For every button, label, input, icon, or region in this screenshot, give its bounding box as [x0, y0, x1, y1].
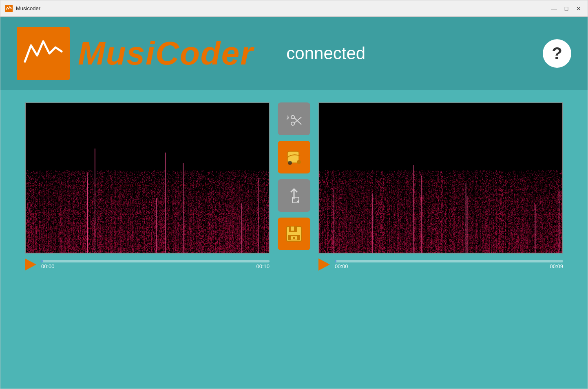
right-transport: 00:00 00:09 — [318, 258, 563, 271]
logo-box — [17, 27, 70, 80]
left-progress-track[interactable] — [41, 260, 270, 262]
transform-button[interactable] — [278, 179, 310, 212]
left-audio-panel: 00:00 00:10 — [25, 102, 270, 271]
right-play-button[interactable] — [318, 258, 330, 271]
svg-line-3 — [294, 118, 301, 124]
left-play-button[interactable] — [25, 258, 36, 271]
title-bar: Musicoder — □ ✕ — [0, 0, 588, 17]
right-time-start: 00:00 — [335, 263, 348, 269]
main-content: 00:00 00:10 ♪ — [0, 90, 588, 389]
right-audio-panel: 00:00 00:09 — [318, 102, 563, 271]
svg-point-2 — [291, 122, 294, 125]
connection-status: connected — [286, 44, 365, 63]
left-transport: 00:00 00:10 — [25, 258, 270, 271]
help-button[interactable]: ? — [543, 39, 571, 68]
svg-rect-11 — [291, 227, 294, 231]
left-time-start: 00:00 — [41, 263, 55, 269]
color-button[interactable] — [278, 141, 310, 173]
logo-container: MusiCoder connected — [17, 27, 365, 80]
left-spectrogram-canvas — [26, 103, 269, 253]
left-progress-container: 00:00 00:10 — [41, 260, 270, 269]
svg-point-6 — [288, 161, 292, 165]
close-button[interactable]: ✕ — [575, 4, 583, 13]
right-time-labels: 00:00 00:09 — [335, 263, 563, 269]
maximize-button[interactable]: □ — [562, 4, 570, 13]
right-time-end: 00:09 — [550, 263, 563, 269]
app-header: MusiCoder connected ? — [0, 17, 588, 90]
right-spectrogram — [318, 102, 563, 253]
right-progress-container: 00:00 00:09 — [335, 260, 563, 269]
left-time-labels: 00:00 00:10 — [41, 263, 270, 269]
window-title: Musicoder — [16, 5, 40, 11]
right-progress-track[interactable] — [335, 260, 563, 262]
left-time-end: 00:10 — [256, 263, 270, 269]
svg-line-4 — [294, 117, 301, 123]
app-title: MusiCoder — [78, 35, 254, 72]
center-buttons: ♪ — [278, 102, 310, 250]
cut-button[interactable]: ♪ — [278, 102, 310, 135]
app-icon — [5, 5, 13, 12]
svg-text:♪: ♪ — [286, 113, 290, 121]
svg-point-1 — [291, 116, 294, 119]
left-progress-fill — [41, 260, 43, 262]
right-spectrogram-canvas — [319, 103, 562, 253]
left-spectrogram — [25, 102, 270, 253]
svg-point-7 — [297, 160, 301, 164]
title-bar-left: Musicoder — [5, 5, 40, 12]
save-button[interactable] — [278, 218, 310, 250]
svg-point-14 — [293, 237, 295, 239]
right-progress-fill — [335, 260, 336, 262]
minimize-button[interactable]: — — [550, 4, 558, 13]
window-controls: — □ ✕ — [550, 4, 583, 13]
